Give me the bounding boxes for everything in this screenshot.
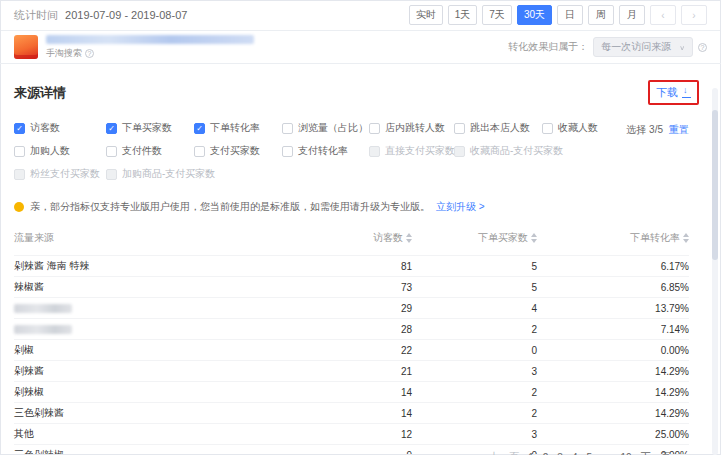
stat-time-label: 统计时间 [14,9,58,21]
checkbox-icon [14,146,25,157]
table-header-row: 流量来源 访客数 下单买家数 下单转化率 [14,222,689,256]
table-row: 剁辣酱21314.29% [14,361,689,382]
pagination-page-3[interactable]: 3 [557,452,563,455]
pagination-ellipsis: ••• [601,452,612,455]
section-header: 来源详情 下载 [0,64,721,115]
time-btn-week[interactable]: 周 [588,5,614,25]
download-area: 下载 [648,80,699,105]
attribution-control: 转化效果归属于： 每一次访问来源 ∨ ? [508,37,707,57]
pagination-page-1[interactable]: 1 [528,452,534,455]
checkbox-icon [106,169,117,180]
time-btn-month[interactable]: 月 [619,5,645,25]
warning-icon [14,202,24,212]
upgrade-notice: 亲，部分指标仅支持专业版用户使用，您当前使用的是标准版，如需使用请升级为专业版。… [0,190,721,218]
table-row: 剁辣椒14214.29% [14,382,689,403]
channel-info-icon[interactable]: ? [85,49,94,58]
pagination-page-10[interactable]: 10 [621,452,632,455]
metric-row-1: 访客数 下单买家数 下单转化率 浏览量（占比） 店内跳转人数 跳出本店人数 收藏… [14,121,707,135]
col-header-visitors[interactable]: 访客数 [296,222,412,256]
table-row: 剁辣酱 海南 特辣8156.17% [14,256,689,277]
date-range-value: 2019-07-09 - 2019-08-07 [65,9,187,21]
checkbox-icon [194,123,205,134]
checkbox-icon [369,146,380,157]
col-header-buyers[interactable]: 下单买家数 [412,222,537,256]
pagination-page-4[interactable]: 4 [572,452,578,455]
chevron-down-icon: ∨ [679,43,685,50]
table-row: 其他12325.00% [14,424,689,445]
time-btn-1d[interactable]: 1天 [448,5,478,25]
checkbox-direct-paid-buyers[interactable]: 直接支付买家数 [369,144,454,158]
checkbox-bounce[interactable]: 跳出本店人数 [454,121,542,135]
time-btn-realtime[interactable]: 实时 [409,5,443,25]
time-btn-day[interactable]: 日 [557,5,583,25]
checkbox-fan-paid-buyers[interactable]: 粉丝支付买家数 [14,167,106,181]
sort-icon[interactable] [406,233,412,243]
checkbox-icon [369,123,380,134]
notice-text: 亲，部分指标仅支持专业版用户使用，您当前使用的是标准版，如需使用请升级为专业版。 [30,200,430,214]
checkbox-cart-paid-buyers[interactable]: 加购商品-支付买家数 [106,167,194,181]
pagination-prev-arrow[interactable]: ‹ [477,452,480,455]
selection-count: 选择 3/5 [626,123,663,137]
sort-icon[interactable] [531,233,537,243]
col-header-source: 流量来源 [14,222,296,256]
table-row: 剁椒2200.00% [14,340,689,361]
metric-row-3: 粉丝支付买家数 加购商品-支付买家数 [14,167,707,181]
checkbox-icon [542,123,553,134]
metric-selector: 访客数 下单买家数 下单转化率 浏览量（占比） 店内跳转人数 跳出本店人数 收藏… [0,115,721,181]
pagination-next-arrow[interactable]: › [680,452,683,455]
checkbox-order-buyers[interactable]: 下单买家数 [106,121,194,135]
channel-label: 手淘搜索 [46,47,82,60]
metric-row-2: 加购人数 支付件数 支付买家数 支付转化率 直接支付买家数 收藏商品-支付买家数 [14,144,707,158]
pagination-page-2[interactable]: 2 [543,452,549,455]
attribution-info-icon[interactable]: ? [698,43,707,52]
selection-meta: 选择 3/5 重置 [626,123,689,137]
table-row: 辣椒酱7356.85% [14,277,689,298]
attribution-select[interactable]: 每一次访问来源 ∨ [593,37,693,57]
checkbox-paid-items[interactable]: 支付件数 [106,144,194,158]
pagination-page-5[interactable]: 5 [586,452,592,455]
checkbox-icon [194,146,205,157]
checkbox-visitors[interactable]: 访客数 [14,121,106,135]
product-thumbnail [14,35,38,59]
product-meta: 手淘搜索 ? [46,35,254,60]
checkbox-icon [454,123,465,134]
vertical-scrollbar-thumb[interactable] [712,110,718,260]
checkbox-icon [14,123,25,134]
prev-period-button[interactable]: ‹ [650,5,676,25]
vertical-scrollbar-track[interactable] [712,88,718,455]
checkbox-instore-jumps[interactable]: 店内跳转人数 [369,121,454,135]
checkbox-icon [106,146,117,157]
table-row: 29413.79% [14,298,689,319]
checkbox-pageviews[interactable]: 浏览量（占比） [282,121,369,135]
checkbox-icon [106,123,117,134]
next-period-button[interactable]: › [681,5,707,25]
source-table-wrap: 流量来源 访客数 下单买家数 下单转化率 剁辣酱 海南 特辣8156.17% 辣… [0,218,721,455]
checkbox-icon [454,146,465,157]
upgrade-link[interactable]: 立刻升级 > [436,200,485,214]
product-row: 手淘搜索 ? 转化效果归属于： 每一次访问来源 ∨ ? [0,31,721,64]
checkbox-fav-paid-buyers[interactable]: 收藏商品-支付买家数 [454,144,542,158]
checkbox-pay-rate[interactable]: 支付转化率 [282,144,369,158]
time-btn-7d[interactable]: 7天 [482,5,512,25]
checkbox-order-rate[interactable]: 下单转化率 [194,121,282,135]
checkbox-cart-adds[interactable]: 加购人数 [14,144,106,158]
attribution-value: 每一次访问来源 [601,40,671,54]
checkbox-icon [14,169,25,180]
checkbox-paid-buyers[interactable]: 支付买家数 [194,144,282,158]
table-body: 剁辣酱 海南 特辣8156.17% 辣椒酱7356.85% 29413.79% … [14,256,689,455]
pagination-next[interactable]: 下一页 [641,450,671,455]
attribution-label: 转化效果归属于： [508,40,588,54]
time-range-buttons: 实时 1天 7天 30天 日 周 月 ‹ › [404,5,707,25]
sort-icon[interactable] [683,233,689,243]
stat-time-bar: 统计时间 2019-07-09 - 2019-08-07 实时 1天 7天 30… [0,0,721,31]
page-title: 来源详情 [14,84,66,102]
col-header-rate[interactable]: 下单转化率 [537,222,689,256]
checkbox-icon [282,146,293,157]
table-row: 2827.14% [14,319,689,340]
reset-link[interactable]: 重置 [669,123,689,137]
table-row: 三色剁辣酱14214.29% [14,403,689,424]
pagination-prev[interactable]: 上一页 [489,450,519,455]
download-button[interactable]: 下载 [656,85,691,100]
time-btn-30d[interactable]: 30天 [517,5,552,25]
download-icon [682,88,691,98]
